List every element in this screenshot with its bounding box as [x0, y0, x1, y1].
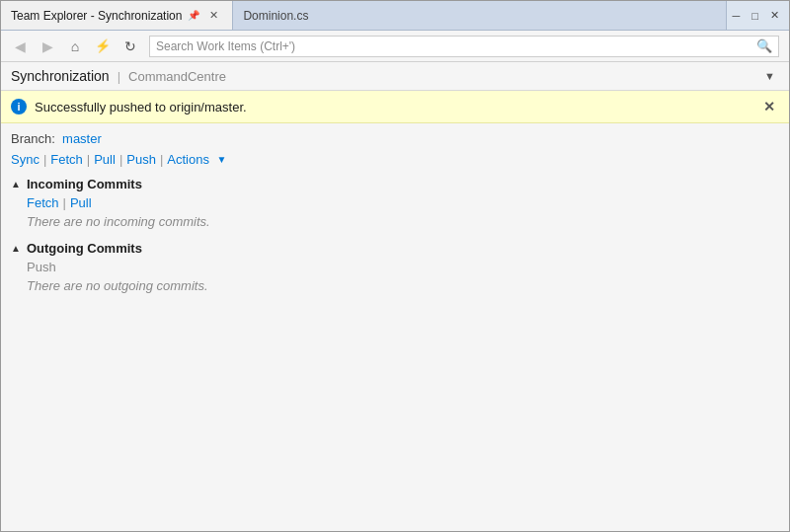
search-icon: 🔍 — [756, 38, 772, 53]
info-banner: i Successfully pushed to origin/master. … — [1, 91, 789, 123]
branch-row: Branch: master — [11, 131, 779, 146]
forward-icon: ▶ — [42, 38, 53, 54]
sep-2: | — [87, 152, 90, 167]
actions-dropdown-arrow: ▼ — [217, 154, 227, 165]
forward-button[interactable]: ▶ — [35, 34, 60, 59]
sep-1: | — [43, 152, 46, 167]
refresh-icon: ↻ — [124, 38, 136, 54]
window-maximize-button[interactable]: □ — [746, 10, 764, 22]
outgoing-collapse-icon: ▲ — [11, 243, 21, 254]
title-bar-end: ─ □ ✕ — [727, 1, 789, 30]
pin-icon[interactable]: 📌 — [188, 10, 199, 21]
sep-3: | — [119, 152, 122, 167]
home-icon: ⌂ — [71, 38, 79, 54]
outgoing-commits-header[interactable]: ▲ Outgoing Commits — [11, 241, 779, 256]
banner-message: Successfully pushed to origin/master. — [35, 100, 751, 114]
incoming-fetch-link[interactable]: Fetch — [27, 195, 59, 210]
incoming-pull-link[interactable]: Pull — [70, 195, 92, 210]
title-bar: Team Explorer - Synchronization 📌 ✕ Domi… — [1, 1, 789, 31]
outgoing-message: There are no outgoing commits. — [11, 278, 779, 293]
outgoing-commits-section: ▲ Outgoing Commits Push There are no out… — [11, 241, 779, 293]
actions-dropdown-label: Actions — [167, 152, 209, 167]
panel-header: Synchronization | CommandCentre ▼ — [1, 62, 789, 91]
connection-icon: ⚡ — [95, 38, 111, 53]
incoming-sep: | — [63, 195, 66, 210]
incoming-message: There are no incoming commits. — [11, 214, 779, 229]
window-minimize-button[interactable]: ─ — [727, 10, 747, 22]
fetch-link[interactable]: Fetch — [50, 152, 83, 167]
search-input[interactable]: Search Work Items (Ctrl+') — [156, 39, 295, 53]
toolbar: ◀ ▶ ⌂ ⚡ ↻ Search Work Items (Ctrl+') 🔍 — [1, 31, 789, 62]
window: Team Explorer - Synchronization 📌 ✕ Domi… — [0, 0, 790, 532]
main-content: Branch: master Sync | Fetch | Pull | Pus… — [1, 123, 789, 313]
outgoing-commits-title: Outgoing Commits — [27, 241, 142, 256]
connection-button[interactable]: ⚡ — [90, 34, 116, 59]
banner-close-button[interactable]: ✕ — [759, 99, 779, 114]
sep-4: | — [160, 152, 163, 167]
inactive-tab-label: Dominion.cs — [243, 9, 308, 23]
content-area: i Successfully pushed to origin/master. … — [1, 91, 789, 531]
panel-subtitle: CommandCentre — [128, 69, 226, 84]
incoming-collapse-icon: ▲ — [11, 179, 21, 190]
branch-link[interactable]: master — [62, 131, 102, 146]
incoming-commits-section: ▲ Incoming Commits Fetch | Pull There ar… — [11, 177, 779, 229]
back-icon: ◀ — [15, 38, 26, 54]
window-close-button[interactable]: ✕ — [764, 9, 785, 22]
inactive-tab[interactable]: Dominion.cs — [233, 1, 726, 30]
pull-link[interactable]: Pull — [94, 152, 116, 167]
outgoing-push-link[interactable]: Push — [27, 260, 56, 274]
panel-separator: | — [118, 69, 120, 84]
actions-row: Sync | Fetch | Pull | Push | Actions ▼ — [11, 152, 779, 167]
back-button[interactable]: ◀ — [7, 34, 33, 59]
info-icon: i — [11, 99, 27, 114]
outgoing-push-label: Push — [11, 260, 779, 274]
home-button[interactable]: ⌂ — [62, 34, 88, 59]
refresh-button[interactable]: ↻ — [118, 34, 143, 59]
incoming-commits-title: Incoming Commits — [27, 177, 142, 191]
push-link[interactable]: Push — [126, 152, 156, 167]
panel-dropdown-button[interactable]: ▼ — [760, 68, 779, 84]
panel-title: Synchronization — [11, 68, 110, 84]
active-tab-label: Team Explorer - Synchronization — [11, 9, 182, 23]
sync-link[interactable]: Sync — [11, 152, 40, 167]
search-box[interactable]: Search Work Items (Ctrl+') 🔍 — [149, 36, 779, 57]
incoming-commits-header[interactable]: ▲ Incoming Commits — [11, 177, 779, 191]
actions-dropdown[interactable]: Actions ▼ — [167, 152, 226, 167]
incoming-links: Fetch | Pull — [11, 195, 779, 210]
tab-close-button[interactable]: ✕ — [205, 7, 222, 24]
active-tab[interactable]: Team Explorer - Synchronization 📌 ✕ — [1, 1, 233, 30]
branch-label: Branch: — [11, 131, 55, 146]
